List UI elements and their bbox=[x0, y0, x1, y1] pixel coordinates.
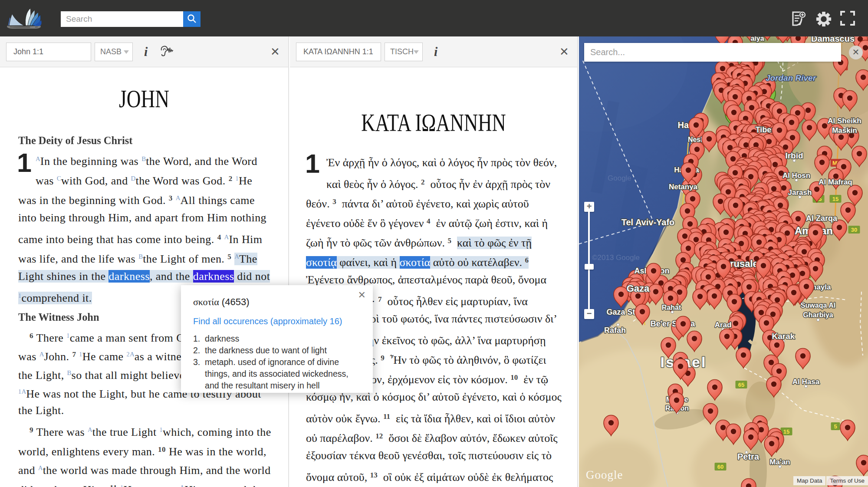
svg-text:Al Hasa: Al Hasa bbox=[792, 378, 820, 386]
svg-text:alya: alya bbox=[750, 36, 764, 42]
svg-text:Arad: Arad bbox=[715, 321, 732, 329]
svg-text:Irbid: Irbid bbox=[785, 151, 803, 160]
svg-text:Google: Google bbox=[608, 174, 631, 182]
svg-text:Netanya: Netanya bbox=[669, 183, 698, 191]
svg-text:Jarash: Jarash bbox=[788, 188, 812, 197]
svg-text:15: 15 bbox=[832, 196, 838, 202]
svg-text:Suwaqa Al: Suwaqa Al bbox=[801, 302, 835, 309]
svg-text:©2013 Google: ©2013 Google bbox=[592, 253, 640, 262]
svg-text:Ma'an: Ma'an bbox=[769, 458, 790, 466]
svg-text:Al Sheikh: Al Sheikh bbox=[828, 117, 861, 125]
svg-text:60: 60 bbox=[717, 464, 723, 470]
svg-text:Gaza: Gaza bbox=[627, 283, 650, 294]
svg-text:Al Mafraq: Al Mafraq bbox=[819, 178, 852, 186]
svg-text:Rahat: Rahat bbox=[662, 304, 681, 311]
svg-text:Damascus: Damascus bbox=[811, 36, 855, 43]
svg-text:Al Zarqa: Al Zarqa bbox=[806, 214, 838, 223]
svg-text:15: 15 bbox=[783, 428, 789, 435]
svg-text:Karak: Karak bbox=[772, 332, 795, 341]
svg-text:Rafah: Rafah bbox=[604, 326, 626, 335]
svg-text:65: 65 bbox=[738, 382, 744, 388]
svg-text:Petra: Petra bbox=[737, 452, 760, 461]
svg-text:Al Hosn: Al Hosn bbox=[783, 171, 810, 180]
svg-text:Jordan River: Jordan River bbox=[766, 73, 817, 82]
svg-text:5: 5 bbox=[834, 423, 837, 430]
svg-text:Gharbiya: Gharbiya bbox=[803, 311, 833, 319]
svg-text:Maskin: Maskin bbox=[832, 126, 857, 135]
svg-text:Tel Aviv-Yafo: Tel Aviv-Yafo bbox=[621, 217, 675, 227]
svg-text:30: 30 bbox=[851, 227, 857, 233]
